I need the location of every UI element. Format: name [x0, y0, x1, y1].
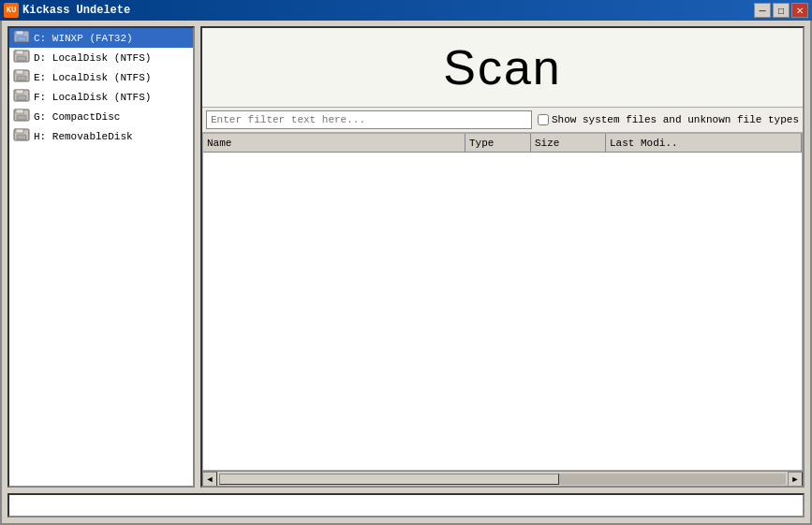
drive-item[interactable]: G: CompactDisc [9, 107, 193, 126]
drive-label: C: WINXP (FAT32) [34, 33, 133, 44]
table-header: NameTypeSizeLast Modi.. [203, 134, 802, 153]
drive-item[interactable]: D: LocalDisk (NTFS) [9, 48, 193, 67]
minimize-button[interactable]: ─ [754, 3, 771, 18]
svg-rect-14 [17, 115, 26, 120]
system-files-option: Show system files and unknown file types [538, 114, 799, 125]
drive-item[interactable]: C: WINXP (FAT32) [9, 28, 193, 48]
scroll-track [219, 474, 786, 485]
svg-rect-10 [16, 90, 23, 94]
svg-rect-8 [17, 76, 26, 80]
column-header-size[interactable]: Size [531, 134, 606, 152]
drive-list[interactable]: C: WINXP (FAT32) D: LocalDisk (NTFS) E: … [7, 26, 195, 488]
column-header-name[interactable]: Name [203, 134, 465, 152]
scroll-left-button[interactable]: ◄ [202, 472, 217, 487]
scan-title-area[interactable]: Scan [202, 28, 803, 108]
content-area: C: WINXP (FAT32) D: LocalDisk (NTFS) E: … [2, 21, 810, 493]
svg-rect-2 [17, 36, 26, 41]
window-controls: ─ □ ✕ [754, 3, 808, 18]
drive-item[interactable]: F: LocalDisk (NTFS) [9, 87, 193, 107]
horizontal-scrollbar[interactable]: ◄ ► [202, 471, 803, 486]
file-list-container: NameTypeSizeLast Modi.. ◄ ► [202, 133, 803, 486]
drive-icon [13, 128, 30, 144]
column-header-type[interactable]: Type [465, 134, 531, 152]
scroll-thumb[interactable] [219, 474, 559, 485]
maximize-button[interactable]: □ [773, 3, 790, 18]
table-body[interactable] [203, 153, 802, 470]
status-bar [7, 493, 805, 518]
svg-rect-4 [16, 51, 23, 54]
show-system-files-label: Show system files and unknown file types [552, 114, 799, 125]
right-panel: Scan Show system files and unknown file … [200, 26, 805, 488]
drive-icon [13, 89, 30, 105]
drive-icon [13, 69, 30, 85]
drive-item[interactable]: E: LocalDisk (NTFS) [9, 67, 193, 87]
app-icon: KU [4, 3, 19, 18]
drive-label: H: RemovableDisk [34, 131, 133, 142]
filter-input[interactable] [206, 110, 532, 129]
drive-label: E: LocalDisk (NTFS) [34, 72, 151, 83]
window-title: Kickass Undelete [22, 4, 130, 17]
svg-rect-1 [16, 31, 23, 35]
drive-icon [13, 109, 30, 124]
svg-rect-16 [16, 129, 23, 133]
show-system-files-checkbox[interactable] [538, 114, 549, 125]
svg-rect-11 [17, 95, 26, 100]
title-bar: KU Kickass Undelete ─ □ ✕ [0, 0, 812, 21]
file-table: NameTypeSizeLast Modi.. [202, 133, 803, 471]
drive-item[interactable]: H: RemovableDisk [9, 126, 193, 146]
drive-icon [13, 30, 30, 46]
column-header-lastmodi[interactable]: Last Modi.. [606, 134, 802, 152]
drive-label: D: LocalDisk (NTFS) [34, 52, 151, 64]
close-button[interactable]: ✕ [791, 3, 808, 18]
drive-label: F: LocalDisk (NTFS) [34, 92, 151, 103]
svg-rect-5 [17, 56, 26, 61]
svg-rect-13 [16, 109, 23, 113]
scan-title: Scan [443, 39, 562, 95]
drive-label: G: CompactDisc [34, 111, 120, 123]
scroll-right-button[interactable]: ► [788, 472, 803, 487]
svg-rect-7 [16, 70, 23, 74]
main-window: C: WINXP (FAT32) D: LocalDisk (NTFS) E: … [0, 21, 812, 525]
drive-icon [13, 50, 30, 66]
filter-bar: Show system files and unknown file types [202, 108, 803, 133]
svg-rect-17 [17, 135, 26, 139]
